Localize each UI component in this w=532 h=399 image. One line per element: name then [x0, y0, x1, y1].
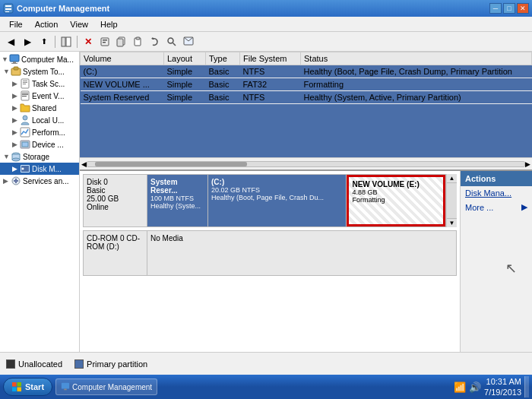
disk0-partitions: System Reser... 100 MB NTFS Healthy (Sys…	[147, 174, 446, 227]
start-label: Start	[25, 382, 44, 391]
toolbar-delete[interactable]: ✕	[81, 34, 96, 49]
partition-sysreserved[interactable]: System Reser... 100 MB NTFS Healthy (Sys…	[147, 175, 208, 226]
tree-label-shared: Shared	[32, 104, 56, 112]
action-diskmana[interactable]: Disk Mana...	[461, 186, 532, 200]
performance-icon	[20, 127, 30, 138]
cell-status: Formatting	[301, 78, 532, 91]
table-scroll[interactable]: Volume Layout Type File System Status (C…	[80, 52, 532, 157]
col-layout[interactable]: Layout	[164, 52, 206, 65]
show-desktop-btn[interactable]	[524, 376, 529, 397]
legend-primary-label: Primary partition	[87, 359, 147, 369]
tree-item-diskmgmt[interactable]: ▶ Disk M...	[0, 163, 79, 175]
action-more[interactable]: More ... ▶	[461, 200, 532, 214]
window-title: Computer Management	[17, 4, 109, 13]
partition-c[interactable]: (C:) 20.02 GB NTFS Healthy (Boot, Page F…	[208, 175, 347, 226]
expand-icon: ▶	[12, 92, 20, 100]
cdrom0-content: No Media	[147, 230, 457, 276]
toolbar: ◀ ▶ ⬆ ✕	[0, 32, 532, 52]
tree-item-devicemanager[interactable]: ▶ Device ...	[0, 138, 79, 150]
svg-rect-1	[5, 5, 11, 7]
cursor-icon: ↖	[505, 260, 517, 277]
tree-label-devicemanager: Device ...	[32, 141, 64, 149]
users-icon	[20, 115, 30, 125]
h-scrollbar-track[interactable]	[87, 161, 525, 167]
toolbar-show-hide[interactable]	[59, 34, 74, 49]
toolbar-copy[interactable]	[114, 34, 129, 49]
table-row[interactable]: System Reserved Simple Basic NTFS Health…	[81, 91, 532, 104]
partition-newvolume[interactable]: NEW VOLUME (E:) 4.88 GB Formatting	[347, 175, 445, 226]
partition-nv-name: NEW VOLUME (E:)	[352, 180, 440, 188]
toolbar-undo[interactable]	[147, 34, 163, 49]
menu-help[interactable]: Help	[94, 18, 124, 30]
svg-rect-10	[117, 39, 123, 46]
maximize-button[interactable]: □	[503, 3, 515, 14]
col-filesystem[interactable]: File System	[240, 52, 301, 65]
tree-item-services[interactable]: ▶ Services an...	[0, 175, 79, 187]
table-row[interactable]: (C:) Simple Basic NTFS Healthy (Boot, Pa…	[81, 65, 532, 78]
cell-layout: Simple	[164, 91, 206, 104]
close-button[interactable]: ✕	[517, 3, 529, 14]
tree-item-performance[interactable]: ▶ Perform...	[0, 126, 79, 138]
svg-rect-29	[22, 93, 28, 93]
svg-rect-23	[14, 67, 18, 70]
tree-label-systemtools: System To...	[23, 68, 65, 76]
disk0-title: Disk 0	[87, 178, 144, 186]
expand-icon: ▶	[12, 165, 20, 173]
v-scroll-up[interactable]: ▲	[447, 174, 457, 183]
disk0-size: 25.00 GB	[87, 195, 144, 203]
tree-item-systemtools[interactable]: ▼ System To...	[0, 65, 79, 78]
menu-file[interactable]: File	[3, 18, 29, 30]
main-area: ▼ Computer Ma... ▼ System To... ▶	[0, 52, 532, 352]
tree-item-eventviewer[interactable]: ▶ Event V...	[0, 90, 79, 102]
col-status[interactable]: Status	[301, 52, 532, 65]
actions-empty: ↖	[461, 214, 532, 290]
table-row[interactable]: NEW VOLUME ... Simple Basic FAT32 Format…	[81, 78, 532, 91]
tree-item-storage[interactable]: ▼ Storage	[0, 150, 79, 163]
start-button[interactable]: Start	[3, 378, 52, 396]
disk0-row: Disk 0 Basic 25.00 GB Online System Rese…	[83, 174, 457, 227]
svg-rect-35	[22, 142, 28, 147]
partition-sysreserved-name: System Reser...	[150, 178, 204, 195]
toolbar-search[interactable]	[164, 34, 179, 49]
taskbar-right: 📶 🔊 10:31 AM 7/19/2013	[454, 376, 529, 398]
svg-rect-49	[62, 383, 69, 389]
tree-item-shared[interactable]: ▶ Shared	[0, 102, 79, 114]
tree-panel: ▼ Computer Ma... ▼ System To... ▶	[0, 52, 80, 352]
services-icon	[11, 176, 21, 186]
v-scroll-down[interactable]: ▼	[447, 218, 457, 227]
tree-label-eventviewer: Event V...	[32, 92, 64, 100]
toolbar-back[interactable]: ◀	[3, 34, 18, 49]
toolbar-properties[interactable]	[97, 34, 112, 49]
col-type[interactable]: Type	[206, 52, 240, 65]
content-area: Volume Layout Type File System Status (C…	[80, 52, 532, 352]
cell-type: Basic	[206, 65, 240, 78]
scroll-right-btn[interactable]: ▶	[525, 160, 530, 168]
tree-item-computer[interactable]: ▼ Computer Ma...	[0, 53, 79, 65]
partition-sysreserved-status: Healthy (Syste...	[150, 202, 204, 210]
tree-item-taskscheduler[interactable]: ▶ Task Sc...	[0, 78, 79, 90]
h-scrollbar-thumb[interactable]	[95, 162, 247, 166]
disk0-label: Disk 0 Basic 25.00 GB Online	[83, 174, 147, 227]
taskbar-app-computer-mgmt[interactable]: Computer Management	[55, 378, 157, 395]
menu-view[interactable]: View	[64, 18, 94, 30]
svg-rect-48	[17, 388, 22, 392]
h-scrollbar[interactable]: ◀ ▶	[80, 157, 532, 169]
tree-item-localusers[interactable]: ▶ Local U...	[0, 114, 79, 126]
toolbar-forward[interactable]: ▶	[20, 34, 35, 49]
minimize-button[interactable]: ─	[489, 3, 502, 14]
expand-icon: ▼	[3, 153, 11, 160]
scroll-left-btn[interactable]: ◀	[81, 160, 87, 168]
tree-label-storage: Storage	[23, 153, 49, 161]
disk-visual-section: Disk 0 Basic 25.00 GB Online System Rese…	[80, 169, 532, 352]
toolbar-up[interactable]: ⬆	[36, 34, 52, 49]
svg-point-32	[23, 116, 27, 120]
toolbar-paste[interactable]	[131, 34, 146, 49]
col-volume[interactable]: Volume	[81, 52, 164, 65]
toolbar-help[interactable]	[181, 34, 196, 49]
disk-visual-content: Disk 0 Basic 25.00 GB Online System Rese…	[80, 171, 460, 352]
menu-action[interactable]: Action	[29, 18, 65, 30]
svg-rect-26	[23, 82, 27, 83]
svg-rect-47	[12, 388, 17, 392]
v-scroll-disk[interactable]: ▲ ▼	[446, 174, 457, 227]
cdrom0-media: No Media	[150, 234, 183, 242]
